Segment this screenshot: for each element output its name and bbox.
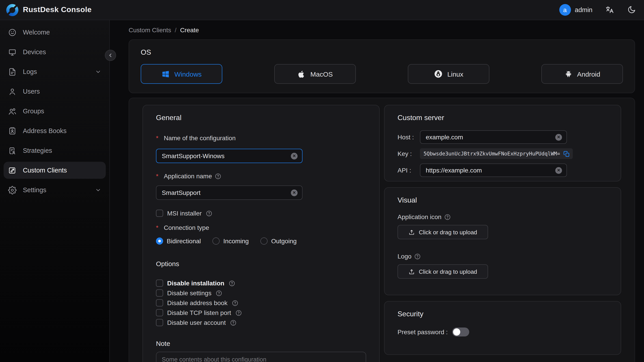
clear-icon[interactable]: ✕	[555, 134, 562, 140]
application-icon-label: Application icon	[398, 213, 608, 220]
config-name-field: ✕	[156, 149, 302, 163]
os-button-android[interactable]: Android	[541, 64, 623, 84]
application-name-input[interactable]	[162, 189, 291, 196]
windows-logo-icon	[161, 70, 170, 78]
option-disable-user-account: Disable user account	[156, 319, 366, 326]
security-title: Security	[398, 310, 608, 318]
preset-password-label: Preset password :	[398, 328, 448, 336]
strategy-doc-icon	[8, 146, 16, 155]
visual-section: Visual Application icon Click or drag to…	[384, 187, 621, 295]
help-icon	[414, 253, 421, 260]
clear-icon[interactable]: ✕	[291, 189, 298, 196]
android-robot-icon	[564, 70, 572, 78]
upload-icon	[408, 229, 415, 236]
disable-settings-checkbox[interactable]	[156, 290, 163, 296]
options-title: Options	[156, 260, 366, 268]
application-icon-upload-button[interactable]: Click or drag to upload	[398, 225, 488, 239]
rustdesk-console-app: RustDesk Console a admin Welcome	[0, 0, 644, 362]
option-disable-installation: Disable installation	[156, 280, 366, 287]
breadcrumb-current: Create	[180, 26, 199, 34]
os-button-linux[interactable]: Linux	[408, 64, 490, 84]
security-section: Security Preset password :	[384, 301, 621, 355]
right-column: Custom server Host : ✕ Key : 5Qbwsde3un	[384, 105, 621, 359]
translate-icon[interactable]	[605, 5, 614, 14]
sidebar-item-devices[interactable]: Devices	[4, 44, 106, 60]
app-header: RustDesk Console a admin	[0, 0, 644, 20]
connection-type-label: Connection type	[156, 224, 366, 231]
disable-tcp-listen-port-checkbox[interactable]	[156, 309, 163, 316]
sidebar-item-strategies[interactable]: Strategies	[4, 142, 106, 159]
key-row: Key : 5Qbwsde3unUcJBtrx9ZkvUmwFNoExHzpry…	[398, 148, 608, 159]
disable-user-account-checkbox[interactable]	[156, 319, 163, 326]
avatar[interactable]: a	[559, 4, 571, 16]
connection-type-group: Bidirectional Incoming Outgoing	[156, 238, 366, 244]
application-name-field: ✕	[156, 186, 302, 200]
edit-square-icon	[8, 166, 16, 174]
sidebar-item-custom-clients[interactable]: Custom Clients	[4, 162, 106, 179]
custom-server-title: Custom server	[398, 114, 608, 122]
radio-dot	[213, 238, 220, 244]
user-icon	[8, 87, 16, 96]
sidebar-item-address-books[interactable]: Address Books	[4, 122, 106, 139]
key-value: 5Qbwsde3unUcJBtrx9ZkvUmwFNoExHzpryHuPUdq…	[424, 150, 561, 157]
help-icon	[215, 173, 222, 180]
sidebar-item-logs[interactable]: Logs	[4, 63, 106, 80]
sidebar-collapse-button[interactable]	[105, 50, 116, 61]
sidebar-item-welcome[interactable]: Welcome	[4, 24, 106, 41]
radio-bidirectional[interactable]: Bidirectional	[156, 238, 201, 244]
preset-password-toggle[interactable]	[452, 328, 469, 336]
clear-icon[interactable]: ✕	[291, 152, 298, 159]
disable-address-book-checkbox[interactable]	[156, 299, 163, 306]
breadcrumb: Custom Clients / Create	[128, 26, 635, 34]
radio-dot	[156, 238, 163, 244]
clear-icon[interactable]: ✕	[555, 167, 562, 174]
application-name-label: Application name	[156, 172, 366, 180]
chevron-down-icon	[95, 68, 101, 75]
help-icon	[206, 210, 212, 216]
sidebar-item-settings[interactable]: Settings	[4, 182, 106, 198]
config-name-input[interactable]	[162, 152, 291, 160]
radio-incoming[interactable]: Incoming	[213, 238, 249, 244]
gear-icon	[8, 186, 16, 194]
preset-password-row: Preset password :	[398, 328, 608, 336]
logo-upload-button[interactable]: Click or drag to upload	[398, 264, 488, 279]
os-button-windows[interactable]: Windows	[141, 64, 222, 84]
key-field: 5Qbwsde3unUcJBtrx9ZkvUmwFNoExHzpryHuPUdq…	[420, 148, 573, 159]
note-textarea[interactable]	[156, 352, 366, 362]
msi-installer-row: MSI installer	[156, 210, 366, 217]
msi-installer-checkbox[interactable]	[156, 210, 163, 217]
visual-title: Visual	[398, 196, 608, 204]
host-input[interactable]	[426, 134, 555, 141]
option-disable-tcp-listen-port: Disable TCP listen port	[156, 309, 366, 316]
api-label: API :	[398, 167, 420, 174]
copy-icon[interactable]	[563, 150, 570, 157]
os-button-macos[interactable]: MacOS	[274, 64, 356, 84]
dark-mode-icon[interactable]	[627, 6, 636, 14]
disable-installation-checkbox[interactable]	[156, 280, 163, 287]
config-panel: General Name of the configuration ✕ Appl…	[128, 98, 635, 362]
sidebar-item-users[interactable]: Users	[4, 83, 106, 100]
help-icon	[444, 214, 451, 220]
key-label: Key :	[398, 150, 420, 157]
app-title: RustDesk Console	[23, 6, 92, 14]
radio-outgoing[interactable]: Outgoing	[260, 238, 297, 244]
api-field: ✕	[420, 164, 567, 177]
api-row: API : ✕	[398, 164, 608, 177]
breadcrumb-parent[interactable]: Custom Clients	[128, 26, 171, 34]
rustdesk-logo-icon	[6, 4, 18, 16]
address-book-icon	[8, 126, 16, 135]
header-right: a admin	[559, 4, 636, 16]
note-title: Note	[156, 340, 366, 347]
chevron-down-icon	[95, 187, 101, 193]
sidebar-item-groups[interactable]: Groups	[4, 102, 106, 120]
sidebar: Welcome Devices Logs Users Groups	[0, 20, 110, 362]
help-icon	[216, 290, 222, 296]
options-list: Disable installation Disable settings Di…	[156, 280, 366, 326]
host-field: ✕	[420, 130, 567, 144]
help-icon	[230, 319, 237, 326]
user-name[interactable]: admin	[575, 6, 592, 14]
logo-label: Logo	[398, 253, 608, 260]
os-section: OS Windows MacOS Linux	[128, 40, 635, 93]
radio-dot	[260, 238, 268, 244]
api-input[interactable]	[426, 167, 555, 174]
